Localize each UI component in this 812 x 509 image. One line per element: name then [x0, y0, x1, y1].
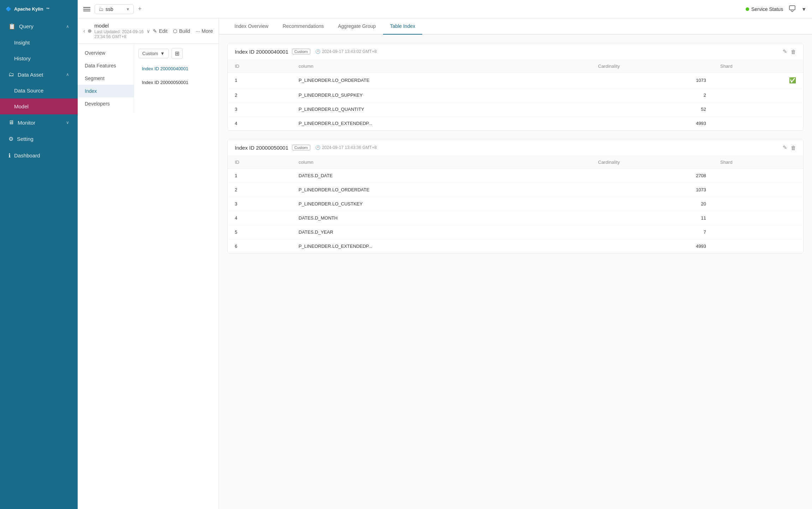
table-row: 6 P_LINEORDER.LO_EXTENDEDP... 4993: [228, 239, 803, 253]
index-card-40001: Index ID 20000040001 Custom 🕐 2024-09-17…: [227, 43, 804, 131]
sidebar-item-data-source[interactable]: Data Source: [0, 83, 78, 98]
data-asset-icon: 🗂: [8, 71, 14, 78]
edit-index-40001-button[interactable]: ✎: [783, 48, 787, 55]
build-icon: ⬡: [173, 28, 177, 34]
tab-table-index[interactable]: Table Index: [383, 18, 423, 35]
row-id: 4: [228, 211, 292, 225]
row-cardinality: 2708: [591, 169, 713, 183]
data-asset-expand-icon: ∧: [66, 72, 69, 77]
project-selector[interactable]: 🗂 ssb ▼: [95, 4, 134, 14]
row-cardinality: 7: [591, 225, 713, 239]
subnav-segment[interactable]: Segment: [78, 72, 134, 85]
table-row: 2 P_LINEORDER.LO_SUPPKEY 2: [228, 88, 803, 102]
row-id: 3: [228, 197, 292, 211]
sidebar-item-history-label: History: [14, 55, 69, 61]
index-list-item-40001[interactable]: Index ID 20000040001: [138, 63, 214, 74]
row-id: 6: [228, 239, 292, 253]
row-cardinality: 1073: [591, 183, 713, 197]
tab-index-overview[interactable]: Index Overview: [227, 18, 275, 35]
sidebar-item-model-label: Model: [14, 103, 69, 109]
index-card-40001-header: Index ID 20000040001 Custom 🕐 2024-09-17…: [228, 43, 803, 60]
more-button[interactable]: ··· More: [196, 28, 213, 34]
index-card-40001-badge: Custom: [292, 49, 310, 54]
table-row: 4 DATES.D_MONTH 11: [228, 211, 803, 225]
sidebar-item-query-label: Query: [19, 23, 62, 29]
index-filter-select[interactable]: Custom ▼: [138, 49, 169, 58]
query-expand-icon: ∧: [66, 24, 69, 29]
monitor-expand-icon: ∨: [66, 120, 69, 125]
edit-icon: ✎: [153, 28, 157, 34]
subnav-developers[interactable]: Developers: [78, 97, 134, 110]
row-column: P_LINEORDER.LO_ORDERDATE: [292, 73, 591, 88]
index-list-item-50001[interactable]: Index ID 20000050001: [138, 77, 214, 88]
status-dot: [746, 7, 749, 11]
index-card-40001-time: 🕐 2024-09-17 13:43:02 GMT+8: [315, 49, 377, 54]
notification-button[interactable]: [787, 4, 797, 15]
delete-index-50001-button[interactable]: 🗑: [791, 145, 796, 151]
logo-tm: ™: [46, 7, 49, 11]
index-card-50001-badge: Custom: [292, 145, 310, 150]
subnav-overview[interactable]: Overview: [78, 47, 134, 59]
sidebar-item-query[interactable]: 📋 Query ∧: [0, 18, 78, 35]
index-content: Index ID 20000040001 Custom 🕐 2024-09-17…: [219, 35, 812, 509]
row-column: P_LINEORDER.LO_ORDERDATE: [292, 183, 591, 197]
edit-button[interactable]: ✎ Edit: [153, 28, 167, 34]
table-row: 4 P_LINEORDER.LO_EXTENDEDP... 4993: [228, 116, 803, 131]
sidebar-item-insight[interactable]: Insight: [0, 35, 78, 50]
sidebar-item-history[interactable]: History: [0, 50, 78, 66]
add-project-button[interactable]: +: [138, 5, 142, 13]
sidebar-item-data-asset[interactable]: 🗂 Data Asset ∧: [0, 66, 78, 83]
index-card-50001-title: Index ID 20000050001: [235, 145, 288, 151]
index-card-40001-actions: ✎ 🗑: [783, 48, 796, 55]
index-card-50001: Index ID 20000050001 Custom 🕐 2024-09-17…: [227, 139, 804, 253]
back-button[interactable]: ‹: [83, 28, 85, 34]
edit-index-50001-button[interactable]: ✎: [783, 144, 787, 151]
left-panel: ‹ model Last Updated: 2024-09-16 23:34:5…: [78, 18, 219, 509]
delete-index-40001-button[interactable]: 🗑: [791, 49, 796, 55]
col-column-1: column: [292, 60, 591, 73]
row-shard: [713, 197, 803, 211]
index-card-40001-title: Index ID 20000040001: [235, 49, 288, 55]
index-filter-row: Custom ▼ ⊞: [138, 48, 214, 59]
sidebar-item-dashboard[interactable]: ℹ Dashboard: [0, 147, 78, 164]
tab-recommendations[interactable]: Recommendations: [275, 18, 331, 35]
build-button[interactable]: ⬡ Build: [173, 28, 190, 34]
row-column: DATES.D_MONTH: [292, 211, 591, 225]
col-id-1: ID: [228, 60, 292, 73]
project-dropdown-icon: ▼: [126, 7, 130, 11]
row-shard: [713, 102, 803, 116]
sidebar-item-insight-label: Insight: [14, 40, 69, 46]
sidebar-item-setting-label: Setting: [17, 136, 69, 142]
tab-aggregate-group[interactable]: Aggregate Group: [331, 18, 383, 35]
more-label: More: [202, 28, 213, 34]
subnav-index[interactable]: Index: [78, 85, 134, 97]
model-updated: Last Updated: 2024-09-16 23:34:56 GMT+8: [94, 29, 144, 39]
row-shard: [713, 225, 803, 239]
sidebar-item-data-source-label: Data Source: [14, 88, 69, 94]
model-expand-button[interactable]: ∨: [147, 28, 150, 34]
logo-text: Apache Kylin: [14, 6, 43, 12]
index-add-button[interactable]: ⊞: [172, 48, 183, 59]
project-icon: 🗂: [98, 6, 103, 12]
query-icon: 📋: [8, 23, 16, 30]
sidebar-item-model[interactable]: Model: [0, 98, 78, 114]
table-row: 1 DATES.D_DATE 2708: [228, 169, 803, 183]
tabs: Index Overview Recommendations Aggregate…: [219, 18, 812, 35]
model-actions: ✎ Edit ⬡ Build ··· More: [153, 28, 213, 34]
row-column: DATES.D_DATE: [292, 169, 591, 183]
subnav-data-features[interactable]: Data Features: [78, 59, 134, 72]
right-panel: Index Overview Recommendations Aggregate…: [219, 18, 812, 509]
col-cardinality-1: Cardinality: [591, 60, 713, 73]
table-row: 2 P_LINEORDER.LO_ORDERDATE 1073: [228, 183, 803, 197]
hamburger-button[interactable]: [83, 7, 90, 12]
topbar-expand-button[interactable]: ▼: [801, 6, 806, 12]
row-id: 1: [228, 73, 292, 88]
index-card-50001-timestamp: 2024-09-17 13:43:36 GMT+8: [322, 145, 377, 150]
row-column: P_LINEORDER.LO_CUSTKEY: [292, 197, 591, 211]
row-shard: [713, 116, 803, 131]
sidebar-item-monitor[interactable]: 🖥 Monitor ∨: [0, 114, 78, 131]
sidebar-item-setting[interactable]: ⚙ Setting: [0, 131, 78, 147]
table-row: 1 P_LINEORDER.LO_ORDERDATE 1073 ✅: [228, 73, 803, 88]
col-shard-1: Shard: [713, 60, 803, 73]
row-column: P_LINEORDER.LO_EXTENDEDP...: [292, 116, 591, 131]
